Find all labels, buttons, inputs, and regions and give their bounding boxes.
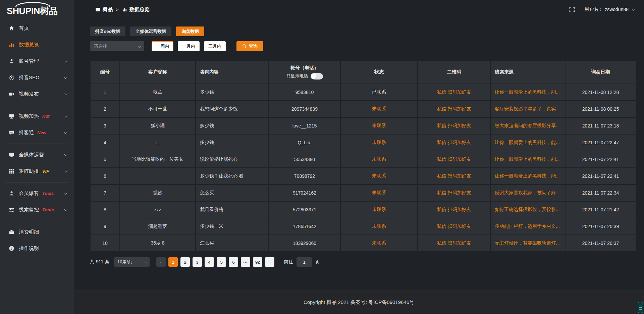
cell-qrcode: 私信 扫码加好友 bbox=[418, 185, 490, 201]
page-ellipsis[interactable]: ••• bbox=[241, 257, 250, 267]
cell-date: 2021-11-08 12:28 bbox=[565, 84, 636, 101]
sidebar-item-operation-guide[interactable]: ?操作说明 bbox=[0, 240, 74, 257]
qr-add-friend-link[interactable]: 私信 扫码加好友 bbox=[437, 156, 471, 162]
chevron-down-icon bbox=[64, 114, 67, 117]
cell-source: 如何正确选择投影仪，买投影... bbox=[490, 201, 565, 218]
search-icon bbox=[242, 44, 247, 49]
qr-add-friend-link[interactable]: 私信 扫码加好友 bbox=[437, 140, 471, 145]
sidebar: SHUPIN树品 首页数据总览账号管理抖音SEO视频发布视频加热Hot抖客通Ne… bbox=[0, 0, 74, 314]
qr-add-friend-link[interactable]: 私信 扫码加好友 bbox=[437, 106, 471, 111]
sidebar-divider bbox=[5, 105, 68, 105]
sliders-icon bbox=[9, 207, 14, 213]
sidebar-item-account-manage[interactable]: 账号管理 bbox=[0, 53, 74, 69]
pagination: 共 911 条 10条/页 ‹123456•••92› 前往 页 bbox=[90, 257, 641, 267]
prev-page-button[interactable]: ‹ bbox=[156, 257, 166, 267]
clue-source-link[interactable]: 多功能护栏灯，适用于乡村文... bbox=[495, 223, 560, 229]
col-date: 询盘日期 bbox=[565, 60, 636, 84]
chevron-down-icon bbox=[64, 92, 67, 95]
page-size-select[interactable]: 10条/页 bbox=[114, 257, 150, 267]
breadcrumb-current[interactable]: 数据总览 bbox=[122, 6, 150, 13]
sidebar-item-data-overview[interactable]: 数据总览 bbox=[0, 37, 74, 53]
cell-date: 2021-11-07 21:42 bbox=[565, 201, 636, 218]
cell-id: 7 bbox=[90, 185, 120, 201]
page-button-3[interactable]: 3 bbox=[193, 257, 202, 267]
cell-status: 未联系 bbox=[340, 235, 418, 252]
page-button-92[interactable]: 92 bbox=[253, 257, 262, 267]
cell-nickname: zzz bbox=[120, 201, 196, 218]
page-button-6[interactable]: 6 bbox=[229, 257, 238, 267]
cell-source: 让你一眼就爱上的黑科技，能... bbox=[490, 134, 565, 151]
col-id: 编号 bbox=[90, 60, 120, 84]
search-button[interactable]: 查询 bbox=[236, 41, 263, 51]
qr-add-friend-link[interactable]: 私信 扫码加好友 bbox=[437, 190, 471, 195]
clue-source-link[interactable]: 无主灯设计，智能磁吸轨道灯... bbox=[495, 240, 560, 246]
page-button-5[interactable]: 5 bbox=[217, 257, 226, 267]
cell-source: 客厅安装投影半年多了，真实... bbox=[490, 101, 565, 117]
sidebar-item-douyin-seo[interactable]: 抖音SEO bbox=[0, 69, 74, 86]
sidebar-item-media-operation[interactable]: 全媒体运营 bbox=[0, 147, 74, 163]
floating-widget[interactable] bbox=[638, 302, 643, 313]
chevron-down-icon bbox=[64, 153, 67, 156]
sidebar-item-matrix-boost[interactable]: 矩阵助推VIP bbox=[0, 163, 74, 179]
qr-add-friend-link[interactable]: 私信 扫码加好友 bbox=[437, 173, 471, 178]
clue-source-link[interactable]: 让你一眼就爱上的黑科技，能... bbox=[495, 140, 560, 145]
period-week[interactable]: 一周内 bbox=[152, 41, 173, 51]
breadcrumb-home[interactable]: 树品 bbox=[95, 6, 113, 13]
cell-content: 多少钱 bbox=[196, 84, 269, 101]
home-icon bbox=[9, 25, 14, 31]
period-quarter[interactable]: 三月内 bbox=[204, 41, 226, 51]
chart-icon bbox=[9, 42, 14, 48]
qr-add-friend-link[interactable]: 私信 扫码加好友 bbox=[437, 89, 471, 95]
filter-select-placeholder: 请选择 bbox=[94, 43, 107, 49]
sidebar-item-video-publish[interactable]: 视频发布 bbox=[0, 86, 74, 102]
period-month[interactable]: 一月内 bbox=[178, 41, 200, 51]
status-text: 未联系 bbox=[372, 173, 386, 178]
status-text: 未联系 bbox=[372, 123, 386, 128]
page-button-2[interactable]: 2 bbox=[180, 257, 190, 267]
cell-content: 多少钱？让我死心 看 bbox=[196, 168, 269, 185]
next-page-button[interactable]: › bbox=[265, 257, 274, 267]
sidebar-item-clue-monitor[interactable]: 线索监控Tools bbox=[0, 202, 74, 218]
grid-icon bbox=[9, 168, 14, 174]
cell-qrcode: 私信 扫码加好友 bbox=[418, 168, 490, 185]
qr-add-friend-link[interactable]: 私信 扫码加好友 bbox=[437, 207, 471, 212]
tab-media-operation-data[interactable]: 全媒体运营数据 bbox=[130, 27, 171, 36]
sidebar-item-consume-detail[interactable]: 消费明细 bbox=[0, 224, 74, 240]
clue-source-link[interactable]: 让你一眼就爱上的黑科技，能... bbox=[495, 173, 560, 178]
filter-select[interactable]: 请选择 bbox=[90, 41, 144, 51]
fullscreen-icon[interactable] bbox=[569, 7, 575, 12]
tab-douyin-seo-data[interactable]: 抖音seo数据 bbox=[90, 27, 125, 36]
table-row: 2不可一世我想问这个多少钱2097344839未联系私信 扫码加好友客厅安装投影… bbox=[90, 101, 636, 117]
cell-account: 572803371 bbox=[269, 201, 340, 218]
page-button-4[interactable]: 4 bbox=[205, 257, 214, 267]
cell-status: 未联系 bbox=[340, 218, 418, 235]
sidebar-item-home[interactable]: 首页 bbox=[0, 20, 74, 37]
goto-page-input[interactable] bbox=[297, 257, 312, 267]
qr-add-friend-link[interactable]: 私信 扫码加好友 bbox=[437, 123, 471, 128]
cell-account: 183929060 bbox=[269, 235, 340, 252]
monitor-icon bbox=[9, 152, 14, 158]
qr-add-friend-link[interactable]: 私信 扫码加好友 bbox=[437, 223, 471, 229]
sidebar-item-label: 线索监控 bbox=[19, 207, 39, 213]
sidebar-item-member-burst[interactable]: 会员爆客Tools bbox=[0, 185, 74, 202]
clue-source-link[interactable]: 让你一眼就爱上的黑科技，能... bbox=[495, 156, 560, 162]
sidebar-item-label: 账号管理 bbox=[19, 58, 39, 64]
cell-content: 多少钱 bbox=[196, 134, 269, 151]
clue-source-link[interactable]: 如何正确选择投影仪，买投影... bbox=[495, 207, 560, 212]
tab-inquiry-data[interactable]: 询盘数据 bbox=[176, 27, 204, 36]
sidebar-item-video-heat[interactable]: 视频加热Hot bbox=[0, 108, 74, 124]
clue-source-link[interactable]: 被大家追着问的客厅投影分享... bbox=[495, 123, 560, 128]
cell-nickname: L bbox=[120, 134, 196, 151]
sidebar-item-douketong[interactable]: 抖客通New bbox=[0, 124, 74, 141]
user-menu[interactable]: 用户名：zswodun88 bbox=[584, 6, 634, 12]
sidebar-item-label: 抖音SEO bbox=[19, 74, 40, 81]
phone-only-toggle[interactable] bbox=[311, 73, 323, 80]
page-button-1[interactable]: 1 bbox=[168, 257, 178, 267]
table-header: 编号客户昵称咨询内容帐号（电话）只显示电话状态二维码线索来源询盘日期 bbox=[90, 60, 636, 84]
clue-source-link[interactable]: 让你一眼就爱上的黑科技，能... bbox=[495, 89, 560, 95]
cell-status: 未联系 bbox=[340, 151, 418, 168]
qr-add-friend-link[interactable]: 私信 扫码加好友 bbox=[437, 240, 471, 246]
clue-source-link[interactable]: 感谢大家喜欢我家，被问了好... bbox=[495, 190, 560, 195]
breadcrumb-separator: > bbox=[116, 7, 119, 12]
clue-source-link[interactable]: 客厅安装投影半年多了，真实... bbox=[495, 106, 560, 111]
